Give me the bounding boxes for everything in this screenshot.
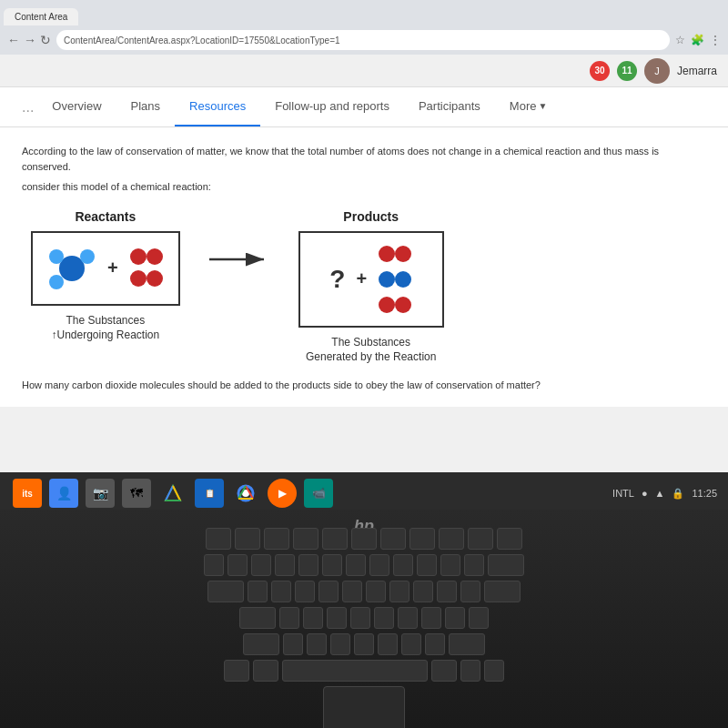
key-y[interactable]: [366, 581, 386, 602]
nav-participants[interactable]: Participants: [404, 87, 495, 126]
taskbar-app-its[interactable]: its: [13, 479, 42, 508]
key-m[interactable]: [425, 633, 445, 655]
key-f[interactable]: [350, 607, 370, 629]
key-u[interactable]: [389, 581, 410, 602]
reload-icon[interactable]: ↻: [40, 33, 51, 47]
key-d[interactable]: [327, 607, 347, 629]
key-space[interactable]: [282, 660, 428, 682]
key-ctrl[interactable]: [224, 660, 249, 682]
taskbar-app-drive[interactable]: [158, 479, 187, 508]
key-x[interactable]: [307, 633, 327, 655]
key-k[interactable]: [445, 607, 465, 629]
key-caps[interactable]: [239, 607, 276, 629]
key-f4[interactable]: [322, 528, 348, 550]
content-area: According to the law of conservation of …: [0, 127, 728, 407]
key-arrow-left[interactable]: [460, 660, 480, 682]
key-o[interactable]: [437, 581, 457, 602]
key-f5[interactable]: [351, 528, 377, 550]
taskbar-app-maps[interactable]: 🗺: [122, 479, 151, 508]
key-j[interactable]: [421, 607, 441, 629]
key-f2[interactable]: [264, 528, 289, 550]
key-s[interactable]: [303, 607, 323, 629]
nav-resources[interactable]: Resources: [175, 87, 260, 126]
key-c[interactable]: [330, 633, 350, 655]
taskbar-intl: INTL: [612, 488, 634, 499]
key-b[interactable]: [378, 633, 398, 655]
key-n[interactable]: [401, 633, 421, 655]
taskbar-app-files[interactable]: 👤: [49, 479, 78, 508]
key-p[interactable]: [460, 581, 480, 602]
nav-plans[interactable]: Plans: [116, 87, 176, 126]
key-f3[interactable]: [293, 528, 318, 550]
key-5[interactable]: [322, 554, 342, 576]
key-t[interactable]: [342, 581, 362, 602]
key-backspace[interactable]: [488, 554, 524, 576]
key-alt[interactable]: [253, 660, 278, 682]
taskbar-app-chrome[interactable]: [231, 479, 260, 508]
key-tilde[interactable]: [204, 554, 224, 576]
key-f9[interactable]: [468, 528, 493, 550]
key-i[interactable]: [413, 581, 433, 602]
key-minus[interactable]: [464, 554, 484, 576]
svg-point-10: [379, 246, 395, 262]
key-2[interactable]: [251, 554, 271, 576]
taskbar-app-camera[interactable]: 📷: [86, 479, 115, 508]
key-q[interactable]: [248, 581, 268, 602]
key-g[interactable]: [374, 607, 394, 629]
key-f7[interactable]: [410, 528, 435, 550]
address-bar[interactable]: ContentArea/ContentArea.aspx?LocationID=…: [56, 30, 670, 50]
nav-bar: ... Overview Plans Resources Follow-up a…: [0, 87, 728, 127]
key-f8[interactable]: [439, 528, 464, 550]
chrome-menu-icon[interactable]: ⋮: [710, 34, 721, 46]
nav-followup[interactable]: Follow-up and reports: [260, 87, 404, 126]
forward-icon[interactable]: →: [24, 33, 36, 47]
extensions-icon[interactable]: 🧩: [691, 34, 704, 46]
key-enter[interactable]: [484, 581, 521, 602]
key-0[interactable]: [440, 554, 460, 576]
key-f1[interactable]: [235, 528, 260, 550]
nav-more[interactable]: More ▼: [495, 87, 562, 126]
key-r[interactable]: [318, 581, 339, 602]
taskbar-app-rd[interactable]: 📋: [195, 479, 224, 508]
key-h[interactable]: [398, 607, 418, 629]
key-shift-right[interactable]: [449, 633, 485, 655]
taskbar-app-meet[interactable]: 📹: [304, 479, 333, 508]
key-6[interactable]: [346, 554, 366, 576]
key-w[interactable]: [271, 581, 291, 602]
plus-sign-products: +: [356, 268, 367, 289]
key-9[interactable]: [417, 554, 437, 576]
keyboard-row-1: [36, 528, 692, 550]
browser-tab[interactable]: Content Area: [4, 8, 78, 25]
key-arrow-right[interactable]: [484, 660, 504, 682]
keyboard-row-2: [36, 554, 692, 576]
key-8[interactable]: [393, 554, 413, 576]
back-icon[interactable]: ←: [7, 33, 20, 47]
key-4[interactable]: [298, 554, 318, 576]
key-a[interactable]: [279, 607, 299, 629]
touchpad[interactable]: [323, 686, 405, 728]
key-f10[interactable]: [497, 528, 522, 550]
taskbar-app-play[interactable]: ▶: [268, 479, 297, 508]
products-title: Products: [343, 209, 399, 224]
key-f6[interactable]: [380, 528, 406, 550]
bookmark-icon[interactable]: ☆: [675, 34, 685, 46]
key-tab[interactable]: [207, 581, 244, 602]
notification-badge-2[interactable]: 11: [617, 61, 637, 81]
nav-overview[interactable]: Overview: [37, 87, 116, 126]
key-esc[interactable]: [206, 528, 231, 550]
key-7[interactable]: [369, 554, 389, 576]
key-3[interactable]: [275, 554, 295, 576]
avatar[interactable]: J: [644, 58, 670, 84]
svg-point-14: [379, 297, 395, 313]
key-e[interactable]: [295, 581, 315, 602]
key-alt-right[interactable]: [431, 660, 457, 682]
key-z[interactable]: [283, 633, 303, 655]
play-icon: ▶: [278, 487, 287, 500]
key-l[interactable]: [469, 607, 489, 629]
water-molecule-svg: [47, 244, 96, 293]
key-1[interactable]: [228, 554, 248, 576]
notification-badge-1[interactable]: 30: [590, 61, 610, 81]
key-v[interactable]: [354, 633, 374, 655]
key-shift-left[interactable]: [243, 633, 279, 655]
browser-chrome: ← → ↻ ContentArea/ContentArea.aspx?Locat…: [0, 25, 728, 55]
